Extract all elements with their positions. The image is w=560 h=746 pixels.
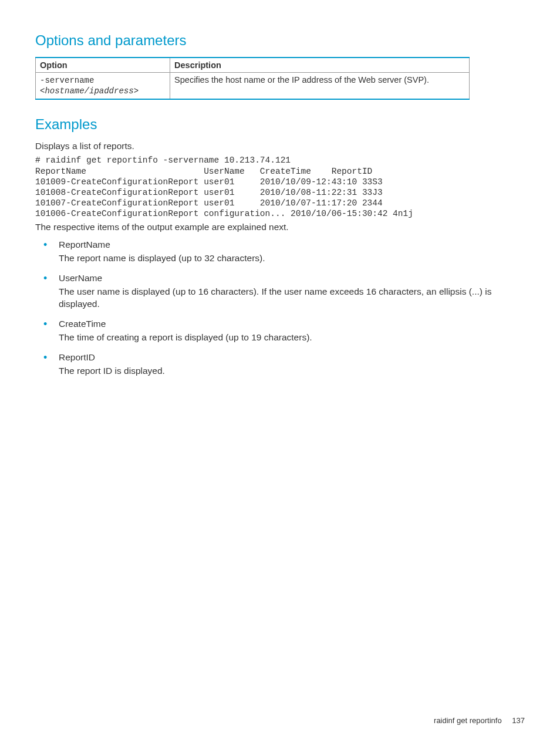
list-item: UserName The user name is displayed (up … [35,273,525,310]
table-row: -servername <hostname/ipaddress> Specifi… [36,73,470,100]
list-item: CreateTime The time of creating a report… [35,319,525,344]
item-desc: The report name is displayed (up to 32 c… [59,252,525,265]
list-item: ReportName The report name is displayed … [35,239,525,265]
table-header-description: Description [170,58,470,73]
option-line1: -servername [40,76,94,85]
table-header-option: Option [36,58,170,73]
list-item: ReportID The report ID is displayed. [35,352,525,377]
examples-intro: Displays a list of reports. [35,141,525,151]
footer-title: raidinf get reportinfo [434,716,502,725]
item-title: ReportID [59,352,525,363]
item-title: ReportName [59,239,525,250]
description-cell: Specifies the host name or the IP addres… [170,73,470,100]
item-desc: The user name is displayed (up to 16 cha… [59,286,525,310]
option-line2: <hostname/ipaddress> [40,86,139,96]
output-items-list: ReportName The report name is displayed … [35,239,525,377]
footer-page-number: 137 [512,716,525,725]
item-desc: The report ID is displayed. [59,365,525,377]
item-title: CreateTime [59,319,525,329]
page-footer: raidinf get reportinfo 137 [434,716,525,725]
options-table: Option Description -servername <hostname… [35,57,470,100]
code-block: # raidinf get reportinfo -servername 10.… [35,155,525,219]
item-title: UserName [59,273,525,283]
option-cell: -servername <hostname/ipaddress> [36,73,170,100]
section-heading-examples: Examples [35,116,525,133]
examples-followup: The respective items of the output examp… [35,221,525,234]
item-desc: The time of creating a report is display… [59,332,525,344]
section-heading-options: Options and parameters [35,32,525,49]
